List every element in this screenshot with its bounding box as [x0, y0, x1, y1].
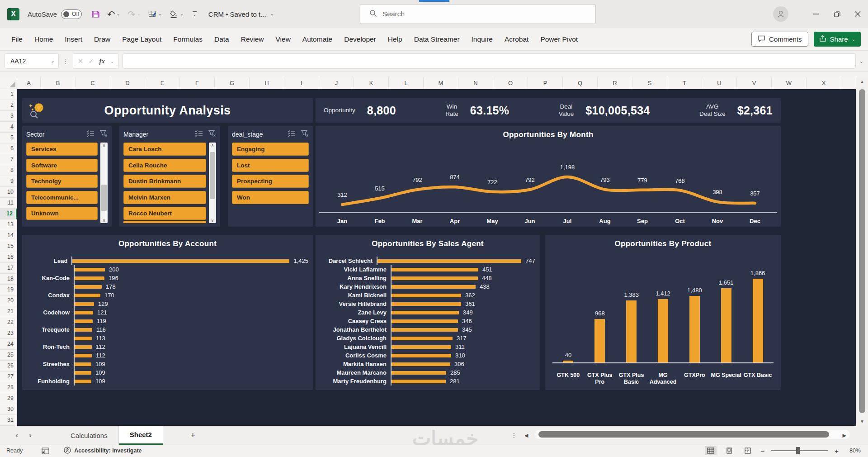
slicer-item-rocco-neubert[interactable]: Rocco Neubert: [123, 207, 206, 220]
clear-filter-icon[interactable]: [100, 130, 108, 139]
close-button[interactable]: [847, 0, 868, 28]
row-header-17[interactable]: 17: [0, 263, 17, 274]
row-header-14[interactable]: 14: [0, 230, 17, 241]
row-header-19[interactable]: 19: [0, 285, 17, 295]
column-header-X[interactable]: X: [807, 77, 841, 89]
redo-button[interactable]: ↷⌄: [127, 10, 141, 19]
normal-view-button[interactable]: [705, 446, 717, 455]
row-header-24[interactable]: 24: [0, 339, 17, 350]
kpi-panel[interactable]: Opportunity8,800Win Rate63.15%Deal Value…: [316, 98, 781, 123]
column-header-V[interactable]: V: [737, 77, 772, 89]
row-header-5[interactable]: 5: [0, 133, 17, 143]
fill-color-button[interactable]: ⌄: [169, 10, 183, 19]
select-all-corner[interactable]: [0, 77, 17, 89]
slicer-item-software[interactable]: Software: [26, 159, 98, 172]
ribbon-tab-data[interactable]: Data: [208, 35, 235, 43]
zoom-out-button[interactable]: −: [760, 447, 764, 455]
zoom-slider[interactable]: [771, 450, 828, 451]
row-header-21[interactable]: 21: [0, 306, 17, 317]
column-header-S[interactable]: S: [632, 77, 667, 89]
slicer-item-partial[interactable]: [123, 221, 206, 223]
row-header-29[interactable]: 29: [0, 393, 17, 404]
slicer-scroll-down-icon[interactable]: ∨: [209, 218, 216, 223]
prev-sheet-icon[interactable]: ‹: [10, 431, 24, 440]
column-header-E[interactable]: E: [145, 77, 180, 89]
ribbon-tab-view[interactable]: View: [270, 35, 297, 43]
slicer-item-services[interactable]: Services: [26, 143, 98, 156]
slicer-scroll-up-icon[interactable]: ∧: [100, 143, 108, 148]
excel-app-icon[interactable]: X: [7, 8, 19, 20]
column-header-R[interactable]: R: [598, 77, 632, 89]
save-icon[interactable]: [91, 10, 100, 19]
row-header-16[interactable]: 16: [0, 252, 17, 263]
column-header-U[interactable]: U: [702, 77, 737, 89]
row-header-30[interactable]: 30: [0, 404, 17, 415]
fx-dropdown-icon[interactable]: ⌄: [110, 59, 114, 64]
chart-opportunities-by-month[interactable]: Opportunities By Month 312Jan515Feb792Ma…: [316, 126, 781, 227]
column-header-O[interactable]: O: [493, 77, 528, 89]
ribbon-tab-developer[interactable]: Developer: [338, 35, 382, 43]
column-header-W[interactable]: W: [772, 77, 807, 89]
ribbon-tab-inquire[interactable]: Inquire: [466, 35, 499, 43]
column-header-Q[interactable]: Q: [563, 77, 598, 89]
hscroll-left-icon[interactable]: ◀: [524, 433, 528, 438]
ribbon-tab-page-layout[interactable]: Page Layout: [116, 35, 167, 43]
row-header-22[interactable]: 22: [0, 317, 17, 328]
draw-table-button[interactable]: ⌄: [148, 10, 162, 19]
qat-overflow-button[interactable]: ⌄: [193, 11, 197, 17]
sheet-grid[interactable]: Opportunity Analysis Opportunity8,800Win…: [17, 89, 856, 426]
slicer-item-lost[interactable]: Lost: [232, 159, 309, 172]
ribbon-tab-power-pivot[interactable]: Power Pivot: [534, 35, 584, 43]
sheet-tab-sheet2[interactable]: Sheet2: [119, 426, 163, 445]
slicer-scroll-up-icon[interactable]: ∧: [209, 143, 216, 148]
slicer-scrollbar-thumb[interactable]: [101, 185, 107, 211]
zoom-slider-thumb[interactable]: [796, 447, 800, 454]
column-header-F[interactable]: F: [180, 77, 215, 89]
column-header-G[interactable]: G: [215, 77, 250, 89]
slicer-item-engaging[interactable]: Engaging: [232, 143, 309, 156]
row-header-10[interactable]: 10: [0, 187, 17, 198]
scroll-down-icon[interactable]: ▼: [856, 419, 868, 424]
share-button[interactable]: Share ⌄: [814, 32, 861, 47]
row-header-18[interactable]: 18: [0, 274, 17, 285]
tabstrip-handle-icon[interactable]: ⋮: [511, 432, 517, 439]
slicer-scrollbar[interactable]: ∧∨: [209, 143, 216, 223]
minimize-button[interactable]: [806, 0, 826, 28]
zoom-in-button[interactable]: +: [835, 447, 839, 455]
row-header-20[interactable]: 20: [0, 295, 17, 306]
page-break-view-button[interactable]: [742, 446, 754, 455]
ribbon-tab-help[interactable]: Help: [382, 35, 408, 43]
macro-record-icon[interactable]: [42, 447, 49, 454]
column-header-I[interactable]: I: [284, 77, 319, 89]
row-header-9[interactable]: 9: [0, 176, 17, 187]
row-header-27[interactable]: 27: [0, 371, 17, 382]
ribbon-tab-data-streamer[interactable]: Data Streamer: [408, 35, 466, 43]
row-header-12[interactable]: 12: [0, 209, 17, 219]
row-header-23[interactable]: 23: [0, 328, 17, 339]
slicer-item-technolgy[interactable]: Technolgy: [26, 175, 98, 188]
slicer-deal-stage[interactable]: deal_stageEngagingLostProspectingWon: [228, 126, 313, 227]
row-header-8[interactable]: 8: [0, 165, 17, 176]
row-header-13[interactable]: 13: [0, 219, 17, 230]
row-header-1[interactable]: 1: [0, 89, 17, 100]
slicer-item-cara-losch[interactable]: Cara Losch: [123, 143, 206, 156]
ribbon-tab-file[interactable]: File: [5, 35, 28, 43]
vertical-scrollbar[interactable]: ▲ ▼: [856, 77, 868, 426]
column-header-A[interactable]: A: [17, 77, 41, 89]
cancel-icon[interactable]: ✕: [78, 57, 83, 65]
multi-select-icon[interactable]: [195, 130, 203, 139]
clear-filter-icon[interactable]: [301, 130, 309, 139]
slicer-item-dustin-brinkmann[interactable]: Dustin Brinkmann: [123, 175, 206, 188]
horizontal-scrollbar-thumb[interactable]: [538, 431, 829, 438]
vertical-scrollbar-thumb[interactable]: [859, 89, 865, 413]
clear-filter-icon[interactable]: [208, 130, 216, 139]
ribbon-tab-automate[interactable]: Automate: [297, 35, 338, 43]
name-box-dropdown-icon[interactable]: ⌄: [51, 59, 55, 63]
enter-icon[interactable]: ✓: [89, 57, 94, 65]
row-header-28[interactable]: 28: [0, 382, 17, 393]
next-sheet-icon[interactable]: ›: [24, 431, 37, 440]
comments-button[interactable]: Comments: [751, 32, 808, 47]
page-layout-view-button[interactable]: [723, 446, 735, 455]
chart-opportunities-by-product[interactable]: Opportunities By Product 409681,3831,412…: [545, 235, 781, 390]
chart-opportunities-by-sales-agent[interactable]: Opportunities By Sales Agent Darcel Schl…: [316, 235, 540, 390]
